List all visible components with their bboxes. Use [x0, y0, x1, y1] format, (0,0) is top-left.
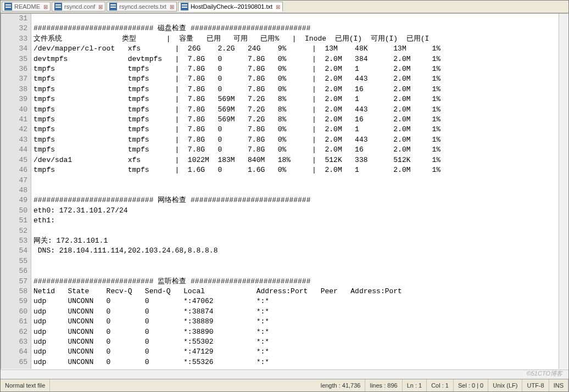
status-ln: Ln : 1 — [403, 379, 427, 391]
tab-label: rsyncd.secrets.txt — [119, 3, 166, 10]
close-icon[interactable]: ⊠ — [98, 4, 103, 10]
close-icon[interactable]: ⊠ — [170, 4, 174, 10]
vertical-scrollbar[interactable] — [559, 14, 568, 369]
tab-label: README — [14, 3, 40, 10]
text-content[interactable]: ############################ 磁盘检查 ######… — [31, 14, 559, 369]
line-number-gutter: 31 32 33 34 35 36 37 38 39 40 41 42 43 4… — [1, 14, 31, 369]
file-icon — [109, 3, 117, 10]
tab-3[interactable]: HostDailyCheck--20190801.txt⊠ — [178, 2, 283, 12]
watermark-text: ©51CTO博客 — [527, 369, 562, 378]
file-icon — [181, 3, 188, 10]
status-sel: Sel : 0 | 0 — [454, 379, 488, 391]
status-length: length : 41,736 — [316, 379, 366, 391]
editor-area: 31 32 33 34 35 36 37 38 39 40 41 42 43 4… — [1, 13, 568, 369]
status-lines: lines : 896 — [365, 379, 402, 391]
close-icon[interactable]: ⊠ — [43, 4, 48, 10]
tab-label: HostDailyCheck--20190801.txt — [191, 3, 272, 10]
status-eol: Unix (LF) — [488, 379, 522, 391]
tab-2[interactable]: rsyncd.secrets.txt⊠ — [107, 2, 177, 12]
status-col: Col : 1 — [427, 379, 454, 391]
file-icon — [4, 3, 12, 10]
status-ins: INS — [549, 379, 568, 391]
close-icon[interactable]: ⊠ — [276, 4, 280, 10]
tab-0[interactable]: README⊠ — [2, 2, 51, 12]
status-enc: UTF-8 — [522, 379, 549, 391]
tab-bar: README⊠rsyncd.conf⊠rsyncd.secrets.txt⊠Ho… — [1, 1, 568, 13]
file-icon — [54, 3, 62, 10]
status-bar: Normal text file length : 41,736 lines :… — [1, 379, 568, 391]
status-mode: Normal text file — [1, 379, 50, 391]
tab-label: rsyncd.conf — [64, 3, 95, 10]
tab-1[interactable]: rsyncd.conf⊠ — [52, 2, 105, 12]
editor-window: README⊠rsyncd.conf⊠rsyncd.secrets.txt⊠Ho… — [0, 0, 569, 392]
horizontal-scrollbar[interactable] — [1, 369, 568, 379]
